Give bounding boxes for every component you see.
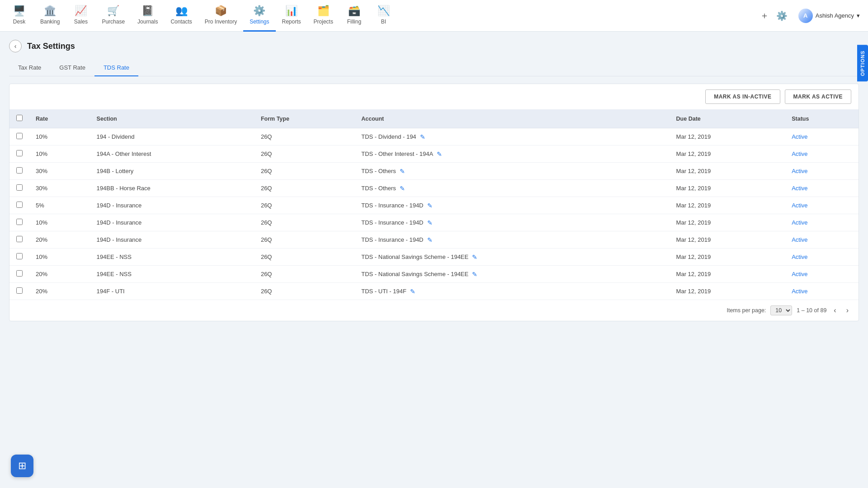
- select-all-header[interactable]: [9, 109, 29, 128]
- row-account: TDS - Dividend - 194 ✎: [355, 128, 670, 145]
- row-due-date: Mar 12, 2019: [670, 231, 786, 249]
- row-section: 194EE - NSS: [90, 266, 255, 283]
- col-form-type: Form Type: [255, 109, 355, 128]
- edit-icon[interactable]: ✎: [427, 219, 433, 226]
- nav-banking[interactable]: 🏛️ Banking: [34, 0, 66, 32]
- tabs-bar: Tax Rate GST Rate TDS Rate: [9, 60, 859, 76]
- nav-bi[interactable]: 📉 BI: [369, 0, 398, 32]
- nav-desk[interactable]: 🖥️ Desk: [5, 0, 34, 32]
- page-content: ‹ Tax Settings Tax Rate GST Rate TDS Rat…: [0, 32, 868, 329]
- edit-icon[interactable]: ✎: [437, 150, 442, 158]
- edit-icon[interactable]: ✎: [427, 202, 433, 209]
- row-form-type: 26Q: [255, 283, 355, 300]
- chevron-down-icon: ▾: [857, 12, 860, 19]
- edit-icon[interactable]: ✎: [400, 185, 405, 192]
- pro-inventory-icon: 📦: [215, 5, 227, 17]
- mark-inactive-button[interactable]: MARK AS IN-ACTIVE: [705, 89, 780, 104]
- settings-gear-button[interactable]: ⚙️: [776, 10, 788, 21]
- row-rate: 20%: [29, 283, 90, 300]
- edit-icon[interactable]: ✎: [472, 271, 477, 278]
- topnav-right: ＋ ⚙️ A Ashish Agency ▾: [760, 7, 863, 25]
- row-checkbox-cell[interactable]: [9, 197, 29, 214]
- row-checkbox-cell[interactable]: [9, 180, 29, 197]
- items-per-page-select[interactable]: 10 5 25 50: [770, 305, 792, 315]
- add-button[interactable]: ＋: [760, 9, 769, 22]
- row-section: 194D - Insurance: [90, 214, 255, 231]
- row-checkbox-cell[interactable]: [9, 214, 29, 231]
- row-section: 194B - Lottery: [90, 163, 255, 180]
- top-navigation: 🖥️ Desk 🏛️ Banking 📈 Sales 🛒 Purchase 📓 …: [0, 0, 868, 32]
- edit-icon[interactable]: ✎: [420, 133, 425, 141]
- status-badge: Active: [792, 253, 807, 260]
- row-account: TDS - Others ✎: [355, 180, 670, 197]
- edit-icon[interactable]: ✎: [410, 288, 415, 295]
- row-checkbox[interactable]: [16, 287, 23, 294]
- row-rate: 30%: [29, 180, 90, 197]
- row-status: Active: [785, 283, 859, 300]
- row-checkbox[interactable]: [16, 219, 23, 225]
- nav-settings[interactable]: ⚙️ Settings: [243, 0, 275, 32]
- row-checkbox[interactable]: [16, 167, 23, 174]
- prev-page-button[interactable]: ‹: [831, 305, 839, 315]
- account-name: TDS - Others: [361, 185, 396, 192]
- table-row: 20% 194F - UTI 26Q TDS - UTI - 194F ✎ Ma…: [9, 283, 859, 300]
- next-page-button[interactable]: ›: [844, 305, 851, 315]
- row-checkbox-cell[interactable]: [9, 266, 29, 283]
- nav-projects[interactable]: 🗂️ Projects: [307, 0, 340, 32]
- account-name: TDS - Insurance - 194D: [361, 236, 423, 243]
- row-checkbox-cell[interactable]: [9, 163, 29, 180]
- row-checkbox[interactable]: [16, 253, 23, 259]
- nav-contacts[interactable]: 👥 Contacts: [164, 0, 198, 32]
- page-range: 1 – 10 of 89: [797, 307, 826, 314]
- edit-icon[interactable]: ✎: [400, 168, 405, 175]
- nav-journals[interactable]: 📓 Journals: [131, 0, 164, 32]
- table-container: MARK AS IN-ACTIVE MARK AS ACTIVE Rate Se…: [9, 84, 859, 321]
- tab-gst-rate[interactable]: GST Rate: [50, 60, 94, 76]
- row-status: Active: [785, 180, 859, 197]
- table-row: 30% 194BB - Horse Race 26Q TDS - Others …: [9, 180, 859, 197]
- row-form-type: 26Q: [255, 214, 355, 231]
- tab-tds-rate[interactable]: TDS Rate: [94, 60, 138, 76]
- nav-filling[interactable]: 🗃️ Filling: [340, 0, 369, 32]
- nav-sales[interactable]: 📈 Sales: [66, 0, 95, 32]
- row-checkbox[interactable]: [16, 202, 23, 208]
- nav-pro-inventory[interactable]: 📦 Pro Inventory: [198, 0, 243, 32]
- edit-icon[interactable]: ✎: [427, 236, 433, 244]
- row-rate: 30%: [29, 163, 90, 180]
- nav-purchase[interactable]: 🛒 Purchase: [95, 0, 131, 32]
- row-due-date: Mar 12, 2019: [670, 197, 786, 214]
- row-checkbox[interactable]: [16, 133, 23, 139]
- back-button[interactable]: ‹: [9, 40, 22, 52]
- row-rate: 10%: [29, 128, 90, 145]
- account-name: TDS - Dividend - 194: [361, 133, 416, 140]
- row-checkbox-cell[interactable]: [9, 283, 29, 300]
- back-icon: ‹: [14, 42, 17, 50]
- row-checkbox[interactable]: [16, 150, 23, 156]
- row-checkbox[interactable]: [16, 236, 23, 242]
- bi-icon: 📉: [377, 5, 390, 17]
- select-all-checkbox[interactable]: [16, 115, 23, 121]
- row-account: TDS - Insurance - 194D ✎: [355, 197, 670, 214]
- row-due-date: Mar 12, 2019: [670, 128, 786, 145]
- nav-reports[interactable]: 📊 Reports: [276, 0, 307, 32]
- row-checkbox-cell[interactable]: [9, 145, 29, 163]
- options-tab[interactable]: OPTIONS: [857, 45, 868, 82]
- row-checkbox[interactable]: [16, 184, 23, 191]
- banking-icon: 🏛️: [44, 5, 56, 17]
- table-row: 20% 194EE - NSS 26Q TDS - National Savin…: [9, 266, 859, 283]
- row-checkbox-cell[interactable]: [9, 231, 29, 249]
- mark-active-button[interactable]: MARK AS ACTIVE: [785, 89, 851, 104]
- row-section: 194D - Insurance: [90, 231, 255, 249]
- table-row: 10% 194EE - NSS 26Q TDS - National Savin…: [9, 249, 859, 266]
- row-due-date: Mar 12, 2019: [670, 283, 786, 300]
- items-per-page-label: Items per page:: [726, 307, 766, 314]
- table-row: 30% 194B - Lottery 26Q TDS - Others ✎ Ma…: [9, 163, 859, 180]
- edit-icon[interactable]: ✎: [472, 253, 477, 261]
- row-form-type: 26Q: [255, 163, 355, 180]
- user-badge[interactable]: A Ashish Agency ▾: [795, 7, 863, 25]
- tab-tax-rate[interactable]: Tax Rate: [9, 60, 50, 76]
- row-checkbox-cell[interactable]: [9, 128, 29, 145]
- row-section: 194 - Dividend: [90, 128, 255, 145]
- row-checkbox[interactable]: [16, 270, 23, 277]
- row-checkbox-cell[interactable]: [9, 249, 29, 266]
